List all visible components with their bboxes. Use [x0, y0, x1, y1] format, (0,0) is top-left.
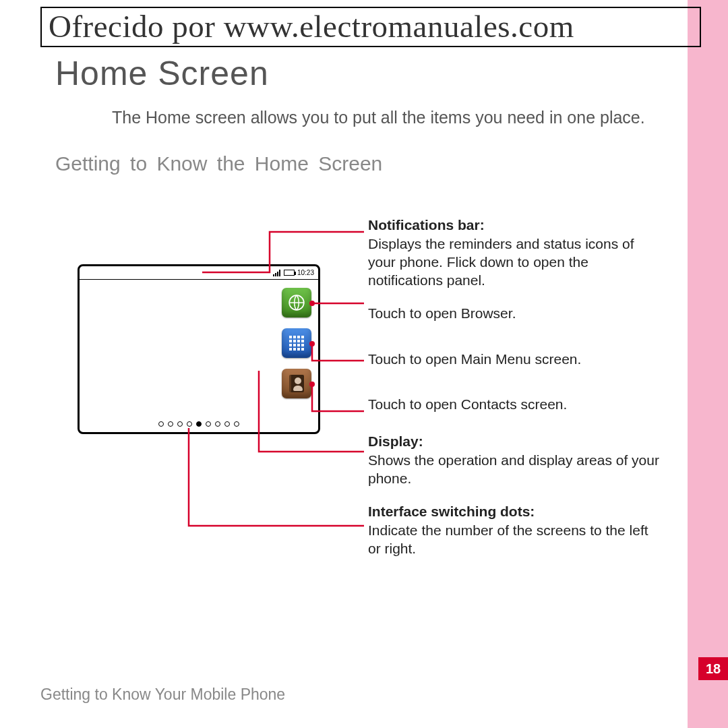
phone-mockup: 10:23 — [78, 264, 320, 434]
person-icon — [289, 375, 304, 392]
callout-text-column: Notifications bar: Displays the reminder… — [368, 216, 665, 567]
callout-display-label: Display: — [368, 433, 423, 449]
page-indicator-dots — [158, 421, 239, 427]
callout-menu-desc: Touch to open Main Menu screen. — [368, 350, 665, 368]
callout-dots-label: Interface switching dots: — [368, 504, 535, 519]
phone-status-bar: 10:23 — [80, 266, 318, 280]
provided-by-header: Ofrecido por www.electromanuales.com — [40, 7, 701, 47]
callout-notifications-label: Notifications bar: — [368, 217, 485, 233]
page-number-badge: 18 — [698, 657, 728, 680]
callout-notifications-desc: Displays the reminders and status icons … — [368, 236, 634, 289]
contacts-app-icon — [282, 369, 311, 398]
page-content: Ofrecido por www.electromanuales.com Hom… — [0, 0, 688, 728]
grid-icon — [289, 336, 304, 351]
main-menu-app-icon — [282, 328, 311, 358]
side-color-strip — [688, 0, 728, 728]
callout-display-desc: Shows the operation and display areas of… — [368, 452, 659, 486]
signal-icon — [273, 270, 281, 276]
footer-chapter-title: Getting to Know Your Mobile Phone — [40, 686, 285, 704]
phone-app-icon-column — [282, 288, 311, 398]
callout-dots-desc: Indicate the number of the screens to th… — [368, 522, 648, 556]
intro-paragraph: The Home screen allows you to put all th… — [112, 105, 665, 129]
status-bar-time: 10:23 — [297, 269, 314, 276]
battery-icon — [284, 270, 295, 276]
globe-icon — [288, 294, 305, 311]
browser-app-icon — [282, 288, 311, 317]
diagram-area: 10:23 — [40, 216, 647, 600]
callout-contacts-desc: Touch to open Contacts screen. — [368, 395, 665, 413]
callout-browser-desc: Touch to open Browser. — [368, 304, 665, 322]
page-title: Home Screen — [55, 54, 647, 93]
subsection-heading: Getting to Know the Home Screen — [55, 152, 647, 175]
